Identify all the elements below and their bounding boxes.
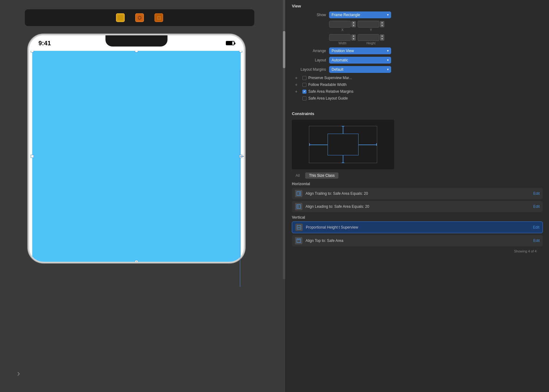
constraint-right-indicator: ═: [240, 154, 245, 158]
constraint-proportional-edit[interactable]: Edit: [533, 225, 539, 229]
layout-dropdown-wrapper: Automatic ▼: [329, 57, 391, 64]
toolbar: ⬡ ⬚: [25, 9, 254, 26]
safe-area-relative-checkbox[interactable]: ✓: [302, 90, 306, 94]
constraint-top-icon: [295, 237, 302, 244]
scrollbar-thumb[interactable]: [283, 31, 285, 68]
constraint-leading-edit[interactable]: Edit: [533, 204, 540, 209]
preserve-plus-icon[interactable]: +: [295, 75, 300, 80]
inner-rect: [328, 134, 359, 155]
layout-margins-dropdown[interactable]: Default: [329, 66, 391, 73]
x-increment[interactable]: ▲: [351, 21, 356, 24]
wh-field-group: 374 ▲ ▼ Width 400 ▲ ▼: [329, 34, 384, 45]
show-dropdown[interactable]: Frame Rectangle: [329, 11, 391, 18]
y-increment[interactable]: ▲: [380, 21, 384, 24]
constraint-leading-icon: [295, 203, 302, 210]
layout-row: Layout Automatic ▼: [292, 57, 543, 64]
all-tab[interactable]: All: [292, 172, 303, 179]
y-stepper: ▲ ▼: [380, 21, 384, 27]
x-decrement[interactable]: ▼: [351, 24, 356, 27]
phone-notch: [105, 35, 167, 47]
y-label: Y: [370, 28, 372, 32]
height-decrement[interactable]: ▼: [380, 38, 384, 41]
constraint-trailing-text: Align Trailing to: Safe Area Equals: 20: [306, 191, 531, 196]
viz-cap-bottom: [342, 163, 344, 163]
constraint-proportional-icon: [295, 224, 303, 231]
y-input-wrapper: 44 ▲ ▼: [358, 21, 384, 28]
view-section: View Show Frame Rectangle ▼ 20 ▲: [286, 0, 549, 108]
preserve-superview-row: + Preserve Superview Mar...: [292, 75, 543, 80]
arrange-dropdown-wrapper: Position View ▼: [329, 47, 391, 54]
y-decrement[interactable]: ▼: [380, 24, 384, 27]
outer-rect: [309, 126, 377, 163]
constraint-trailing-icon: [295, 190, 302, 197]
viz-line-left: [309, 145, 328, 145]
y-input[interactable]: 44: [358, 21, 379, 28]
constraint-trailing-item: Align Trailing to: Safe Area Equals: 20 …: [292, 188, 543, 199]
height-field-group: 400 ▲ ▼ Height: [358, 34, 384, 45]
this-size-class-tab[interactable]: This Size Class: [305, 172, 338, 179]
x-input[interactable]: 20: [329, 21, 351, 28]
safe-area-relative-plus-icon[interactable]: +: [295, 89, 300, 94]
phone-content-view[interactable]: ═ ≡: [32, 51, 241, 262]
layout-margins-row: Layout Margins Default ▼: [292, 66, 543, 73]
show-row: Show Frame Rectangle ▼: [292, 11, 543, 18]
preserve-superview-checkbox[interactable]: [302, 76, 306, 80]
svg-rect-2: [297, 205, 301, 208]
arrange-label: Arrange: [292, 49, 329, 53]
phone-battery-fill: [226, 42, 232, 45]
phone-mockup: 9:41 ═: [28, 34, 257, 263]
viz-line-right: [358, 145, 377, 145]
height-input[interactable]: 400: [358, 34, 379, 41]
handle-bottom-left[interactable]: [31, 260, 34, 263]
constraint-bottom-indicator: ≡: [135, 261, 138, 263]
phone-frame: 9:41 ═: [28, 34, 245, 263]
nav-arrow-button[interactable]: ›: [9, 364, 28, 383]
scrollbar-track[interactable]: [283, 0, 285, 279]
view-section-title: View: [292, 4, 543, 8]
constraints-title: Constraints: [292, 111, 543, 116]
layout-margins-dropdown-wrapper: Default ▼: [329, 66, 391, 73]
constraint-viz: [292, 120, 394, 169]
viz-cap-right: [376, 143, 377, 146]
layout-margins-label: Layout Margins: [292, 67, 329, 72]
export-tool-button[interactable]: ⬚: [154, 13, 164, 23]
follow-readable-label: Follow Readable Width: [308, 82, 346, 87]
height-stepper: ▲ ▼: [380, 34, 384, 41]
constraints-visual: [292, 120, 394, 169]
width-increment[interactable]: ▲: [351, 34, 356, 38]
y-field-group: 44 ▲ ▼ Y: [358, 21, 384, 32]
constraint-proportional-item: Proportional Height t Superview Edit: [292, 221, 543, 233]
safe-area-layout-label: Safe Area Layout Guide: [308, 96, 348, 100]
viz-cap-left: [309, 143, 310, 146]
constraint-leading-item: Align Leading to: Safe Area Equals: 20 E…: [292, 201, 543, 212]
xy-row: 20 ▲ ▼ X 44 ▲ ▼: [292, 21, 543, 32]
viz-line-top: [343, 126, 343, 134]
constraint-top-edit[interactable]: Edit: [533, 238, 540, 243]
follow-readable-checkbox[interactable]: [302, 83, 306, 87]
handle-middle-left[interactable]: [31, 155, 34, 158]
layout-dropdown[interactable]: Automatic: [329, 57, 391, 64]
width-stepper: ▲ ▼: [351, 34, 356, 41]
rectangle-tool-button[interactable]: [115, 13, 125, 23]
svg-rect-6: [297, 239, 301, 243]
width-input[interactable]: 374: [329, 34, 351, 41]
layout-guide-line: [240, 70, 240, 287]
arrange-dropdown[interactable]: Position View: [329, 47, 391, 54]
constraints-tabs: All This Size Class: [292, 172, 543, 179]
constraint-trailing-edit[interactable]: Edit: [533, 191, 540, 196]
constraints-section: Constraints: [286, 108, 549, 258]
width-label: Width: [338, 42, 346, 45]
constraint-leading-text: Align Leading to: Safe Area Equals: 20: [306, 204, 531, 209]
width-decrement[interactable]: ▼: [351, 38, 356, 41]
safe-area-layout-checkbox[interactable]: [302, 96, 306, 100]
width-input-wrapper: 374 ▲ ▼: [329, 34, 356, 41]
cube-tool-button[interactable]: ⬡: [135, 13, 145, 23]
horizontal-section-title: Horizontal: [292, 182, 543, 186]
arrange-row: Arrange Position View ▼: [292, 47, 543, 54]
height-label: Height: [367, 42, 376, 45]
safe-area-relative-row: + ✓ Safe Area Relative Margins: [292, 89, 543, 94]
width-field-group: 374 ▲ ▼ Width: [329, 34, 356, 45]
x-label: X: [341, 28, 344, 32]
height-increment[interactable]: ▲: [380, 34, 384, 38]
follow-plus-icon[interactable]: +: [295, 82, 300, 87]
